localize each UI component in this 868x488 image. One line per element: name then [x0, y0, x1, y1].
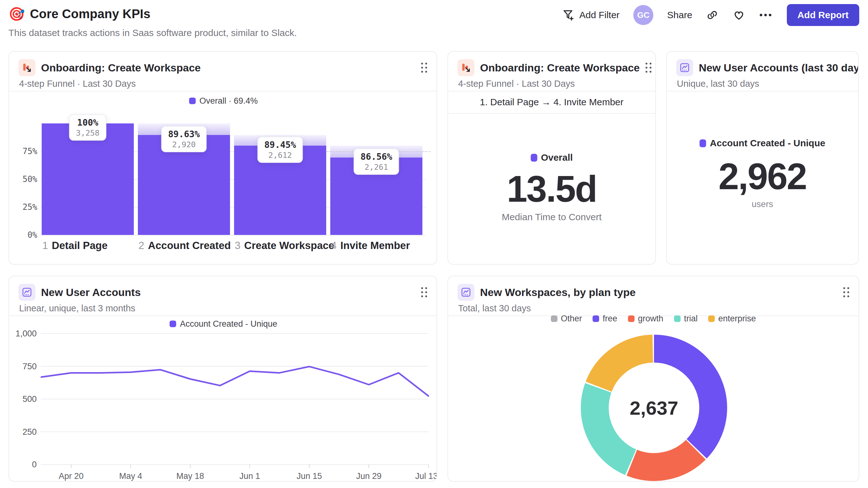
line-chart[interactable]: Account Created - Unique 1,0007505002500…: [9, 276, 436, 481]
funnel-tooltip: 89.45%2,612: [257, 136, 303, 163]
share-label: Share: [667, 10, 692, 20]
donut-chart[interactable]: Otherfreegrowthtrialenterprise 2,637: [448, 276, 859, 481]
link-icon: [706, 9, 718, 21]
heart-icon: [732, 8, 745, 22]
funnel-tooltip: 89.63%2,920: [161, 126, 207, 152]
legend-swatch: [674, 316, 681, 322]
line-series[interactable]: [41, 366, 428, 396]
y-axis-tick-label: 50%: [16, 174, 37, 184]
favorite-button[interactable]: [732, 8, 745, 22]
legend-label: free: [602, 314, 617, 324]
legend-item[interactable]: free: [593, 314, 617, 324]
legend-swatch: [628, 316, 634, 322]
donut-legend: Otherfreegrowthtrialenterprise: [448, 314, 859, 324]
share-button[interactable]: Share: [667, 10, 692, 20]
legend-item[interactable]: growth: [628, 314, 663, 324]
legend-label: Overall: [541, 152, 573, 163]
legend-label: growth: [638, 314, 663, 324]
card-new-users-trend: New User Accounts Linear, unique, last 3…: [8, 275, 437, 482]
metric-value: 13.5d: [448, 168, 655, 210]
add-filter-button[interactable]: Add Filter: [562, 9, 620, 21]
metric-caption: users: [667, 199, 858, 209]
card-median-time: Onboarding: Create Workspace 4-step Funn…: [447, 51, 656, 265]
y-axis-tick-label: 75%: [16, 147, 37, 156]
legend-swatch: [700, 139, 706, 147]
funnel-range-label: 1. Detail Page → 4. Invite Member: [448, 97, 655, 107]
funnel-step-label: 1Detail Page: [42, 239, 107, 252]
metric-value: 2,962: [667, 155, 858, 198]
legend-swatch: [593, 316, 599, 322]
metric-caption: Median Time to Convert: [448, 212, 655, 222]
avatar[interactable]: GC: [633, 5, 653, 25]
add-report-button[interactable]: Add Report: [787, 4, 859, 26]
legend-item[interactable]: Other: [551, 314, 582, 324]
line-chart-svg: [9, 276, 437, 482]
funnel-tooltip: 86.56%2,261: [353, 149, 399, 175]
legend-label: trial: [684, 314, 698, 324]
legend-item[interactable]: trial: [674, 314, 698, 324]
page-title: Core Company KPIs: [30, 7, 150, 21]
funnel-step-label: 2Account Created: [138, 239, 230, 252]
gridline: [40, 235, 426, 235]
legend-label: Other: [561, 314, 582, 324]
legend-label: Account Created - Unique: [710, 138, 825, 149]
y-axis-tick-label: 25%: [16, 202, 37, 212]
legend-label: enterprise: [718, 314, 756, 324]
card-onboarding-funnel: Onboarding: Create Workspace 4-step Funn…: [8, 51, 437, 265]
series-legend[interactable]: Overall: [530, 152, 573, 163]
legend-swatch: [189, 98, 195, 104]
copy-link-button[interactable]: [706, 9, 718, 21]
dashboard: 🎯 Core Company KPIs This dataset tracks …: [0, 0, 868, 488]
legend-swatch: [551, 316, 557, 322]
y-axis-tick-label: 0%: [16, 230, 37, 239]
funnel-step-label: 4Invite Member: [331, 239, 410, 252]
filter-plus-icon: [562, 9, 575, 21]
divider: [448, 113, 655, 114]
donut-center-value: 2,637: [629, 397, 678, 419]
legend-swatch: [708, 316, 715, 322]
median-time-body: 1. Detail Page → 4. Invite Member Overal…: [448, 52, 655, 264]
page-header: 🎯 Core Company KPIs This dataset tracks …: [8, 0, 859, 47]
card-workspaces-by-plan: New Workspaces, by plan type Total, last…: [447, 275, 859, 482]
new-users-30d-body: Account Created - Unique 2,962 users: [667, 52, 858, 264]
funnel-chart[interactable]: Overall · 69.4% 75%50%25%0%100%3,2581Det…: [9, 52, 436, 264]
page-subtitle: This dataset tracks actions in Saas soft…: [8, 28, 297, 38]
funnel-legend[interactable]: Overall · 69.4%: [189, 96, 257, 106]
funnel-step-label: 3Create Workspace: [235, 239, 334, 252]
legend-item[interactable]: enterprise: [708, 314, 756, 324]
dashboard-emoji-icon: 🎯: [8, 7, 25, 21]
card-new-users-30d: New User Accounts (last 30 days) Unique,…: [666, 51, 859, 265]
funnel-tooltip: 100%3,258: [69, 114, 106, 141]
legend-swatch: [530, 154, 537, 162]
more-menu-button[interactable]: •••: [759, 10, 773, 20]
add-filter-label: Add Filter: [580, 10, 620, 20]
legend-label: Overall · 69.4%: [199, 96, 257, 106]
series-legend[interactable]: Account Created - Unique: [700, 138, 825, 149]
